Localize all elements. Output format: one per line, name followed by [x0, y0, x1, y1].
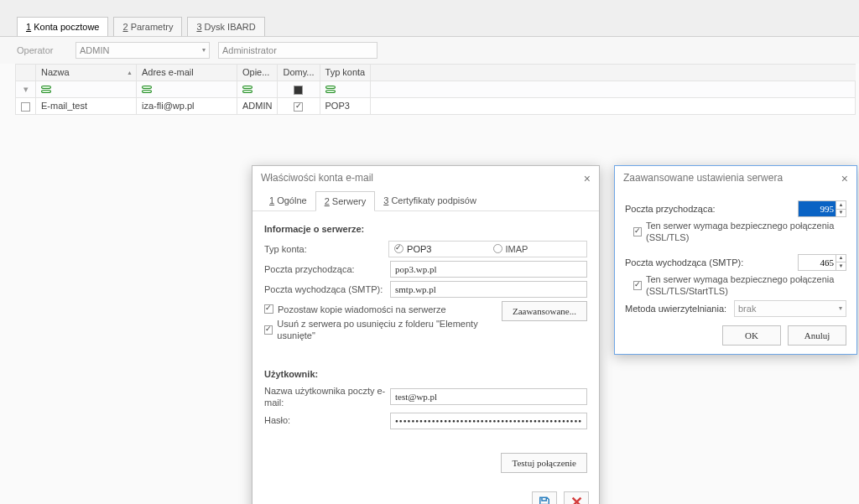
- filter-icon: [242, 86, 252, 94]
- radio-pop3[interactable]: POP3: [389, 243, 487, 255]
- dlg-tab-ogolne[interactable]: 1 Ogólne: [261, 191, 315, 210]
- row-checkbox[interactable]: [21, 102, 30, 112]
- dialog-title: Właściwości konta e-mail: [261, 172, 373, 185]
- chk-leave-copy[interactable]: [264, 304, 273, 314]
- chevron-up-icon[interactable]: ▲: [836, 255, 846, 262]
- operator-row: Operator ADMIN▾ Administrator: [0, 37, 859, 64]
- x-icon: ✕: [570, 493, 583, 504]
- filter-icon: [41, 86, 51, 94]
- dlg-tab-certyfikaty[interactable]: 3 Certyfikaty podpisów: [375, 191, 485, 210]
- chevron-up-icon[interactable]: ▲: [836, 201, 846, 209]
- radio-imap[interactable]: IMAP: [488, 243, 586, 255]
- lbl-incoming: Poczta przychodząca:: [264, 263, 390, 275]
- lbl-typ-konta: Typ konta:: [264, 243, 388, 255]
- cell-email: iza-fli@wp.pl: [137, 98, 237, 115]
- auth-method-combo[interactable]: brak▾: [734, 300, 846, 317]
- cell-typ: POP3: [320, 98, 371, 115]
- cell-opiekun: ADMIN: [237, 98, 278, 115]
- grid-filter-row: ▾: [16, 81, 856, 98]
- close-icon[interactable]: ×: [584, 171, 591, 186]
- filter-handle-icon[interactable]: ▾: [16, 81, 36, 98]
- filter-domyslne[interactable]: [278, 81, 320, 98]
- cancel-button[interactable]: ✕: [564, 491, 589, 504]
- operator-name-field: Administrator: [218, 42, 377, 59]
- lbl-outgoing: Poczta wychodząca (SMTP):: [264, 283, 390, 295]
- lbl-password: Hasło:: [264, 414, 390, 426]
- lbl-incoming-port: Poczta przychodząca:: [625, 203, 798, 215]
- chk-outgoing-ssl[interactable]: [633, 281, 642, 290]
- incoming-port-input[interactable]: [798, 200, 836, 217]
- filter-typ[interactable]: [320, 81, 371, 98]
- col-nazwa[interactable]: Nazwa▲: [36, 65, 137, 81]
- close-icon[interactable]: ×: [841, 171, 848, 186]
- outgoing-server-input[interactable]: [390, 281, 587, 298]
- filter-icon: [142, 86, 152, 94]
- dlg-tab-serwery[interactable]: 2 Serwery: [315, 191, 376, 211]
- col-typ[interactable]: Typ konta: [320, 65, 371, 81]
- cell-nazwa: E-mail_test: [36, 98, 137, 115]
- lbl-username: Nazwa użytkownika poczty e-mail:: [264, 385, 390, 409]
- advanced-button[interactable]: Zaawansowane...: [502, 301, 587, 321]
- cell-domyslne: [278, 98, 320, 115]
- section-user: Użytkownik:: [264, 368, 587, 380]
- operator-label: Operator: [17, 44, 67, 56]
- tab-parametry[interactable]: 2 Parametry: [113, 17, 182, 36]
- username-input[interactable]: [390, 388, 587, 405]
- floppy-icon: [537, 496, 552, 504]
- dialog-tabs: 1 Ogólne 2 Serwery 3 Certyfikaty podpisó…: [252, 191, 599, 211]
- grid-header-row: Nazwa▲ Adres e-mail Opie... Domy... Typ …: [16, 65, 856, 81]
- ok-button[interactable]: OK: [722, 325, 781, 346]
- tab-konta-pocztowe[interactable]: 1 Konta pocztowe: [17, 17, 108, 36]
- account-type-radio: POP3 IMAP: [388, 241, 587, 257]
- tab-dysk-ibard[interactable]: 3 Dysk IBARD: [187, 17, 264, 36]
- test-connection-button[interactable]: Testuj połączenie: [501, 453, 587, 473]
- outgoing-port-input[interactable]: [798, 254, 836, 271]
- filter-adres[interactable]: [137, 81, 237, 98]
- section-server-info: Informacje o serwerze:: [264, 223, 587, 235]
- adv-dialog-title: Zaawansowane ustawienia serwera: [623, 172, 783, 185]
- chk-incoming-ssl[interactable]: [633, 227, 642, 236]
- col-domyslne[interactable]: Domy...: [278, 65, 320, 81]
- incoming-server-input[interactable]: [390, 261, 587, 278]
- operator-combo[interactable]: ADMIN▾: [75, 42, 210, 59]
- outgoing-port-spinner[interactable]: ▲▼: [836, 254, 846, 271]
- cancel-button[interactable]: Anuluj: [788, 325, 846, 346]
- col-checkbox[interactable]: [16, 65, 36, 81]
- filter-icon: [325, 86, 336, 94]
- accounts-grid: Nazwa▲ Adres e-mail Opie... Domy... Typ …: [15, 64, 856, 115]
- dialog-email-account-properties: Właściwości konta e-mail × 1 Ogólne 2 Se…: [252, 165, 600, 504]
- dialog-advanced-server-settings: Zaawansowane ustawienia serwera × Poczta…: [614, 165, 857, 355]
- save-button[interactable]: [532, 491, 557, 504]
- main-tabs: 1 Konta pocztowe 2 Parametry 3 Dysk IBAR…: [0, 0, 859, 37]
- lbl-auth-method: Metoda uwierzytelniania:: [625, 303, 734, 314]
- chevron-down-icon[interactable]: ▼: [836, 262, 846, 270]
- incoming-port-spinner[interactable]: ▲▼: [836, 200, 846, 217]
- col-opiekun[interactable]: Opie...: [237, 65, 278, 81]
- password-input[interactable]: [390, 413, 587, 429]
- table-row[interactable]: E-mail_test iza-fli@wp.pl ADMIN POP3: [16, 98, 856, 115]
- filter-opiekun[interactable]: [237, 81, 278, 98]
- filter-nazwa[interactable]: [36, 81, 137, 98]
- chk-delete-after[interactable]: [264, 325, 273, 335]
- chevron-down-icon[interactable]: ▼: [836, 209, 846, 217]
- lbl-outgoing-port: Poczta wychodząca (SMTP):: [625, 257, 798, 268]
- col-adres[interactable]: Adres e-mail: [137, 65, 237, 81]
